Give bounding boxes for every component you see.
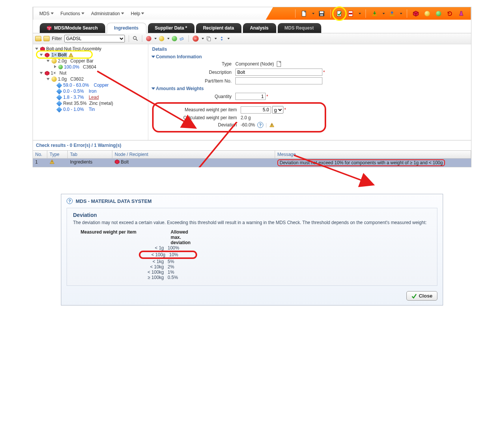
tree-nut[interactable]: 1× Nut	[34, 70, 147, 76]
check-button[interactable]	[335, 9, 344, 18]
deviation-row: < 1kg5%	[81, 259, 431, 264]
weight-unit-select[interactable]: g	[272, 106, 283, 114]
tree-substance[interactable]: 59.0 - 63.0% Copper	[34, 82, 147, 88]
add-substance-icon[interactable]	[172, 36, 177, 41]
deviation-row: ≥ 100kg0.5%	[81, 275, 431, 280]
close-button[interactable]: Close	[406, 291, 437, 301]
tab-ingredients-label: Ingredients	[114, 25, 138, 31]
chevron-down-icon[interactable]	[227, 38, 230, 39]
quantity-input[interactable]	[235, 93, 266, 100]
cell-node: Bolt	[112, 159, 275, 167]
menu-mds[interactable]: MDS	[36, 9, 57, 18]
tab-ingredients[interactable]: Ingredients	[107, 23, 146, 33]
tab-recipient[interactable]: Recipient data	[196, 23, 241, 33]
tree-substance[interactable]: 0.0 - 0.5% Iron	[34, 88, 147, 94]
partno-input[interactable]	[235, 77, 322, 84]
tab-supplier[interactable]: Supplier Data *	[148, 23, 194, 33]
flask-icon[interactable]	[457, 9, 465, 18]
tree-toggle[interactable]	[40, 71, 44, 75]
component-icon[interactable]	[412, 9, 420, 18]
updown-icon[interactable]	[219, 36, 224, 41]
measured-weight-input[interactable]	[241, 106, 271, 114]
open-folder-icon[interactable]	[44, 36, 50, 41]
chevron-down-icon	[151, 87, 155, 90]
help-icon[interactable]: ?	[257, 122, 263, 128]
menu-mds-label: MDS	[39, 11, 50, 16]
copy-icon[interactable]	[206, 36, 212, 41]
svg-line-10	[136, 39, 137, 41]
tree-toggle[interactable]	[40, 53, 44, 57]
tab-analysis[interactable]: Analysis	[243, 23, 276, 33]
chevron-down-icon[interactable]	[215, 38, 217, 39]
menu-help[interactable]: Help	[128, 9, 148, 18]
material-icon[interactable]	[423, 9, 431, 18]
add-material-icon[interactable]	[159, 36, 164, 41]
tab-recipient-label: Recipient data	[203, 25, 234, 31]
check-row[interactable]: 1 Ingredients Bolt Deviation must not ex…	[33, 159, 471, 167]
warning-icon	[50, 159, 54, 164]
upload-button[interactable]	[388, 9, 396, 18]
pdf-button[interactable]	[347, 9, 355, 18]
menu-administration[interactable]: Administration	[88, 9, 127, 18]
add-component-icon[interactable]	[146, 36, 151, 41]
section-amounts[interactable]: Amounts and Weights	[152, 86, 467, 91]
download-button[interactable]	[370, 9, 379, 18]
eraser-icon[interactable]	[179, 36, 185, 41]
chevron-down-icon[interactable]	[383, 13, 385, 14]
chevron-down-icon[interactable]	[359, 13, 361, 14]
required-marker: *	[323, 70, 325, 75]
tree-substance[interactable]: 0.0 - 1.0% Tin	[34, 106, 147, 112]
tree-toggle[interactable]	[35, 47, 39, 51]
chevron-down-icon	[51, 12, 54, 14]
col-msg[interactable]: Message	[275, 151, 471, 158]
delete-icon[interactable]: –	[193, 36, 199, 42]
recycle-icon[interactable]	[446, 9, 454, 18]
chevron-down-icon[interactable]	[400, 13, 402, 14]
chevron-down-icon[interactable]	[167, 38, 170, 39]
col-type[interactable]: Type	[47, 151, 68, 158]
dev-label: Deviation	[157, 122, 241, 128]
tree-copper-bar[interactable]: 2.0g Copper Bar	[34, 58, 147, 64]
tab-request[interactable]: MDS Request	[278, 23, 321, 33]
dev-col-max: Allowed max. deviation	[171, 229, 193, 245]
tree-toggle[interactable]	[53, 65, 57, 69]
search-icon[interactable]	[133, 36, 138, 41]
col-no[interactable]: No.	[33, 151, 47, 158]
save-button[interactable]	[317, 9, 326, 18]
tree-substance[interactable]: 1.8 - 3.7% Lead	[34, 94, 147, 100]
svg-rect-20	[52, 163, 52, 163]
chevron-down-icon	[151, 56, 155, 58]
dialog-text: The deviation may not exceed a certain v…	[73, 220, 431, 226]
tab-search[interactable]: MDS/Module Search	[40, 23, 105, 33]
tree-toggle[interactable]	[47, 59, 50, 63]
deviation-row: < 10kg2%	[81, 264, 431, 270]
tree-substance[interactable]: Rest 35.5% Zinc (metal)	[34, 100, 147, 106]
tree-c3604-pct: 100.0%	[64, 64, 79, 70]
svg-rect-3	[320, 14, 323, 16]
tree-toggle[interactable]	[47, 77, 50, 81]
section-amounts-label: Amounts and Weights	[156, 86, 204, 91]
document-icon[interactable]	[277, 61, 282, 67]
chevron-down-icon[interactable]	[312, 13, 314, 14]
new-folder-icon[interactable]	[35, 36, 41, 41]
tree-c3602[interactable]: 1.0g C3602	[34, 76, 147, 82]
chevron-down-icon	[141, 12, 144, 14]
cw-value: 2.0 g	[241, 115, 251, 120]
description-input[interactable]	[235, 69, 322, 76]
chevron-down-icon[interactable]	[202, 38, 204, 39]
chevron-down-icon[interactable]	[154, 38, 157, 39]
menu-functions[interactable]: Functions	[58, 9, 87, 18]
filter-select[interactable]: GADSL	[64, 35, 125, 42]
tree-bolt[interactable]: 1× Bolt	[34, 52, 147, 58]
new-button[interactable]	[300, 9, 308, 18]
required-marker: *	[284, 107, 286, 112]
tree-c3604[interactable]: 100.0% C3604	[34, 64, 147, 70]
substance-icon	[58, 65, 63, 69]
cell-type	[47, 159, 68, 167]
tree-root[interactable]: Bolt and Nut Test Assembly	[34, 46, 147, 52]
col-node[interactable]: Node / Recipient	[112, 151, 275, 158]
section-common[interactable]: Common Information	[152, 54, 467, 59]
substance-icon[interactable]	[434, 9, 443, 18]
warning-icon	[269, 123, 274, 128]
col-tab[interactable]: Tab	[68, 151, 112, 158]
